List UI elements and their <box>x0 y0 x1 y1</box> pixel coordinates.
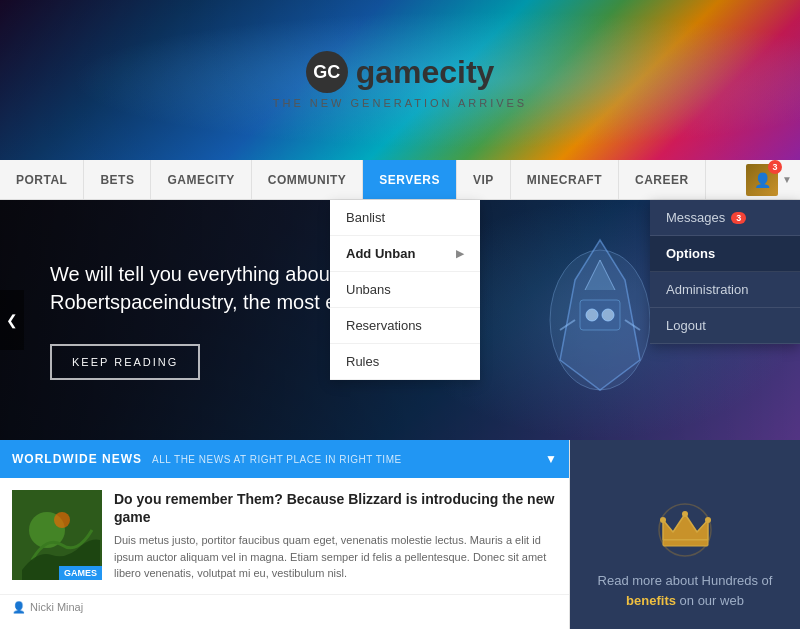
site-logo: GC gamecity <box>306 51 495 93</box>
author-icon: 👤 <box>12 601 26 614</box>
nav-item-career[interactable]: CAREER <box>619 160 706 199</box>
news-thumbnail: GAMES <box>12 490 102 580</box>
user-menu-administration[interactable]: Administration <box>650 272 800 308</box>
crown-icon <box>650 499 720 559</box>
hero-tagline: THE NEW GENERATION ARRIVES <box>273 97 527 109</box>
news-author: 👤 Nicki Minaj <box>0 594 569 620</box>
news-article-title: Do you remember Them? Because Blizzard i… <box>114 490 557 526</box>
promo-text: Read more about Hundreds of benefits on … <box>590 571 780 610</box>
user-menu-messages[interactable]: Messages 3 <box>650 200 800 236</box>
svg-point-2 <box>586 309 598 321</box>
user-menu-logout[interactable]: Logout <box>650 308 800 344</box>
promo-panel: Read more about Hundreds of benefits on … <box>570 440 800 629</box>
logo-text: gamecity <box>356 54 495 91</box>
news-chevron-icon[interactable]: ▼ <box>545 452 557 466</box>
nav-item-vip[interactable]: VIP <box>457 160 511 199</box>
servers-dropdown: Banlist Add Unban ▶ Unbans Reservations … <box>330 200 480 380</box>
dropdown-item-rules[interactable]: Rules <box>330 344 480 380</box>
nav-item-servers[interactable]: SERVERS <box>363 160 457 199</box>
nav-item-portal[interactable]: PORTAL <box>0 160 84 199</box>
dropdown-item-banlist[interactable]: Banlist <box>330 200 480 236</box>
news-article-area: GAMES Do you remember Them? Because Bliz… <box>0 478 569 594</box>
promo-link[interactable]: benefits <box>626 593 676 608</box>
slider-title: We will tell you everything about Robert… <box>50 260 341 316</box>
nav-item-bets[interactable]: BETS <box>84 160 151 199</box>
dropdown-item-reservations[interactable]: Reservations <box>330 308 480 344</box>
news-article-body: Duis metus justo, portitor faucibus quam… <box>114 532 557 582</box>
logo-light: game <box>356 54 440 90</box>
svg-point-3 <box>602 309 614 321</box>
messages-badge: 3 <box>731 212 746 224</box>
news-header: WORLDWIDE NEWS ALL THE NEWS AT RIGHT PLA… <box>0 440 569 478</box>
logo-icon: GC <box>306 51 348 93</box>
chevron-right-icon: ▶ <box>456 248 464 259</box>
user-dropdown: Messages 3 Options Administration Logout <box>650 200 800 344</box>
hero-section: GC gamecity THE NEW GENERATION ARRIVES <box>0 0 800 160</box>
nav-item-gamecity[interactable]: GAMECITY <box>151 160 251 199</box>
nav-item-minecraft[interactable]: MINECRAFT <box>511 160 619 199</box>
svg-point-6 <box>54 512 70 528</box>
main-nav: PORTAL BETS GAMECITY COMMUNITY SERVERS V… <box>0 160 800 200</box>
avatar-badge: 3 <box>768 160 782 174</box>
dropdown-item-add-unban[interactable]: Add Unban ▶ <box>330 236 480 272</box>
svg-point-10 <box>682 511 688 517</box>
keep-reading-button[interactable]: KEEP READING <box>50 344 200 380</box>
svg-point-9 <box>660 517 666 523</box>
slider-prev-button[interactable]: ❮ <box>0 290 24 350</box>
avatar-chevron-icon: ▼ <box>782 174 792 185</box>
news-category-badge: GAMES <box>59 566 102 580</box>
user-menu-options[interactable]: Options <box>650 236 800 272</box>
logo-bold: city <box>439 54 494 90</box>
news-title: WORLDWIDE NEWS <box>12 452 142 466</box>
svg-rect-8 <box>663 540 708 546</box>
user-avatar-area[interactable]: 👤 3 ▼ <box>738 160 800 199</box>
news-section: WORLDWIDE NEWS ALL THE NEWS AT RIGHT PLA… <box>0 440 570 629</box>
bottom-section: WORLDWIDE NEWS ALL THE NEWS AT RIGHT PLA… <box>0 440 800 629</box>
dropdown-item-unbans[interactable]: Unbans <box>330 272 480 308</box>
news-text-area: Do you remember Them? Because Blizzard i… <box>114 490 557 582</box>
avatar[interactable]: 👤 3 <box>746 164 778 196</box>
news-subtitle: ALL THE NEWS AT RIGHT PLACE IN RIGHT TIM… <box>152 454 402 465</box>
nav-item-community[interactable]: COMMUNITY <box>252 160 364 199</box>
svg-point-11 <box>705 517 711 523</box>
